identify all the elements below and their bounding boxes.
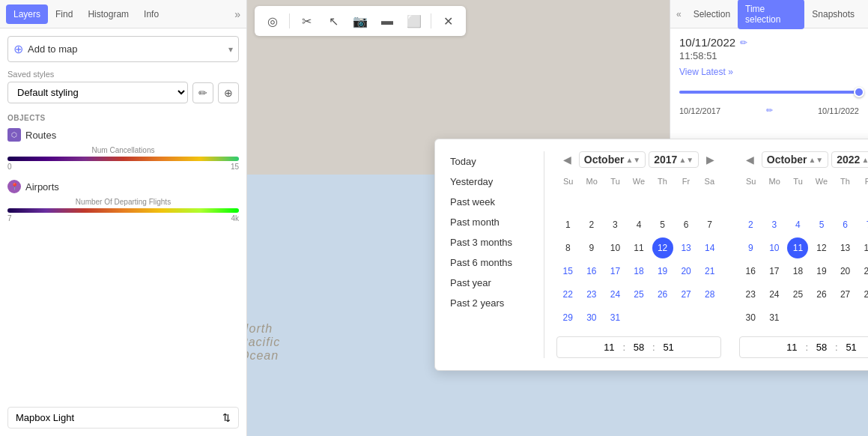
cal-left-time-hour[interactable]: 11 xyxy=(598,342,619,353)
cal-cell-11[interactable]: 11 xyxy=(628,237,649,258)
view-latest-link[interactable]: View Latest » xyxy=(679,67,733,77)
battery-tool-button[interactable]: ▬ xyxy=(375,9,399,33)
cal-left-time-min[interactable]: 58 xyxy=(628,342,649,353)
close-tool-button[interactable]: ✕ xyxy=(436,9,460,33)
cal-cell-20[interactable]: 20 xyxy=(676,261,696,282)
add-to-map-button[interactable]: ⊕ Add to map ▾ xyxy=(7,36,239,62)
cal-right-month-button[interactable]: October ▲▼ xyxy=(762,151,828,168)
cursor-tool-button[interactable]: ↖ xyxy=(321,9,345,33)
cal-cell-4[interactable]: 4 xyxy=(628,214,649,235)
cal-right-cell-18[interactable]: 18 xyxy=(787,261,808,282)
cal-right-cell-20[interactable]: 20 xyxy=(835,261,856,282)
cal-right-time-sec[interactable]: 51 xyxy=(841,342,862,353)
tab-find[interactable]: Find xyxy=(48,4,80,24)
cal-right-cell-9[interactable]: 9 xyxy=(740,237,761,258)
cal-cell-14[interactable]: 14 xyxy=(699,237,720,258)
cal-right-cell-23[interactable]: 23 xyxy=(740,284,761,305)
cal-cell-9[interactable]: 9 xyxy=(581,237,602,258)
edit-range-start-icon[interactable]: ✏ xyxy=(766,106,773,115)
cal-left-year-button[interactable]: 2017 ▲▼ xyxy=(649,151,699,168)
add-style-button[interactable]: ⊕ xyxy=(218,82,239,103)
cal-right-time-hour[interactable]: 11 xyxy=(781,342,802,353)
cal-cell-23[interactable]: 23 xyxy=(581,284,602,305)
quick-pick-past-month[interactable]: Past month xyxy=(447,212,535,232)
expand-panel-icon[interactable]: « xyxy=(676,9,682,19)
tab-snapshots[interactable]: Snapshots xyxy=(804,4,862,24)
cal-cell-26[interactable]: 26 xyxy=(652,284,673,305)
cal-right-cell-11-selected[interactable]: 11 xyxy=(787,237,808,258)
cal-cell-13[interactable]: 13 xyxy=(676,237,696,258)
quick-pick-past-6months[interactable]: Past 6 months xyxy=(447,252,535,273)
map-style-row[interactable]: Mapbox Light ⇅ xyxy=(7,407,239,429)
cal-right-cell-28[interactable]: 28 xyxy=(858,284,868,305)
cal-cell-10[interactable]: 10 xyxy=(604,237,625,258)
cal-left-next-button[interactable]: ▶ xyxy=(703,152,717,167)
quick-pick-past-3months[interactable]: Past 3 months xyxy=(447,232,535,252)
cal-right-cell-12[interactable]: 12 xyxy=(811,237,832,258)
tab-histogram[interactable]: Histogram xyxy=(80,4,136,24)
quick-pick-past-year[interactable]: Past year xyxy=(447,273,535,293)
cal-cell-27[interactable]: 27 xyxy=(676,284,696,305)
cal-right-cell-17[interactable]: 17 xyxy=(764,261,785,282)
camera-tool-button[interactable]: 📷 xyxy=(348,9,372,33)
cal-right-cell-6[interactable]: 6 xyxy=(835,214,856,235)
cal-cell-2[interactable]: 2 xyxy=(581,214,602,235)
style-select[interactable]: Default styling xyxy=(7,82,188,103)
tab-time-selection[interactable]: Time selection xyxy=(738,0,804,29)
cal-cell-28[interactable]: 28 xyxy=(699,284,720,305)
edit-style-button[interactable]: ✏ xyxy=(192,82,213,103)
cal-cell-15[interactable]: 15 xyxy=(557,261,578,282)
timeline-slider[interactable] xyxy=(679,85,859,100)
cal-left-time-sec[interactable]: 51 xyxy=(658,342,679,353)
cal-cell-6[interactable]: 6 xyxy=(676,214,696,235)
cal-right-cell-13[interactable]: 13 xyxy=(835,237,856,258)
quick-pick-yesterday[interactable]: Yesterday xyxy=(447,172,535,192)
cal-cell-21[interactable]: 21 xyxy=(699,261,720,282)
cal-cell-12-selected[interactable]: 12 xyxy=(652,237,673,258)
cal-right-cell-21[interactable]: 21 xyxy=(858,261,868,282)
cal-right-cell-3[interactable]: 3 xyxy=(764,214,785,235)
edit-date-icon[interactable]: ✏ xyxy=(740,37,747,48)
tab-layers[interactable]: Layers xyxy=(6,4,48,24)
cal-right-cell-25[interactable]: 25 xyxy=(787,284,808,305)
cal-cell-1[interactable]: 1 xyxy=(557,214,578,235)
cal-cell-18[interactable]: 18 xyxy=(628,261,649,282)
cal-right-cell-2[interactable]: 2 xyxy=(740,214,761,235)
cal-cell-7[interactable]: 7 xyxy=(699,214,720,235)
cal-cell-16[interactable]: 16 xyxy=(581,261,602,282)
cal-cell-24[interactable]: 24 xyxy=(604,284,625,305)
cal-cell-5[interactable]: 5 xyxy=(652,214,673,235)
cal-right-cell-7[interactable]: 7 xyxy=(858,214,868,235)
cal-left-month-button[interactable]: October ▲▼ xyxy=(579,151,646,168)
tab-selection[interactable]: Selection xyxy=(686,4,738,24)
cal-cell-19[interactable]: 19 xyxy=(652,261,673,282)
cal-left-prev-button[interactable]: ◀ xyxy=(560,152,574,167)
cal-cell-30[interactable]: 30 xyxy=(581,307,602,328)
cal-right-cell-4[interactable]: 4 xyxy=(787,214,808,235)
cal-right-year-button[interactable]: 2022 ▲▼ xyxy=(831,151,868,168)
quick-pick-past-2years[interactable]: Past 2 years xyxy=(447,293,535,313)
cal-right-cell-10[interactable]: 10 xyxy=(764,237,785,258)
slider-thumb[interactable] xyxy=(854,87,864,97)
cal-cell-8[interactable]: 8 xyxy=(557,237,578,258)
cal-right-cell-5[interactable]: 5 xyxy=(811,214,832,235)
edit-tool-button[interactable]: ⬜ xyxy=(402,9,426,33)
cal-right-cell-19[interactable]: 19 xyxy=(811,261,832,282)
quick-pick-past-week[interactable]: Past week xyxy=(447,192,535,212)
tab-info[interactable]: Info xyxy=(136,4,166,24)
scissors-tool-button[interactable]: ✂ xyxy=(294,9,318,33)
cal-right-cell-14[interactable]: 14 xyxy=(858,237,868,258)
cal-cell-29[interactable]: 29 xyxy=(557,307,578,328)
cal-cell-31[interactable]: 31 xyxy=(604,307,625,328)
cal-right-time-min[interactable]: 58 xyxy=(811,342,832,353)
collapse-panel-icon[interactable]: » xyxy=(234,8,240,20)
cal-cell-3[interactable]: 3 xyxy=(604,214,625,235)
cal-right-cell-30[interactable]: 30 xyxy=(740,307,761,328)
cal-right-cell-26[interactable]: 26 xyxy=(811,284,832,305)
quick-pick-today[interactable]: Today xyxy=(447,151,535,172)
cal-right-cell-31[interactable]: 31 xyxy=(764,307,785,328)
cal-right-prev-button[interactable]: ◀ xyxy=(743,152,757,167)
cal-cell-25[interactable]: 25 xyxy=(628,284,649,305)
cal-right-cell-16[interactable]: 16 xyxy=(740,261,761,282)
cal-cell-22[interactable]: 22 xyxy=(557,284,578,305)
